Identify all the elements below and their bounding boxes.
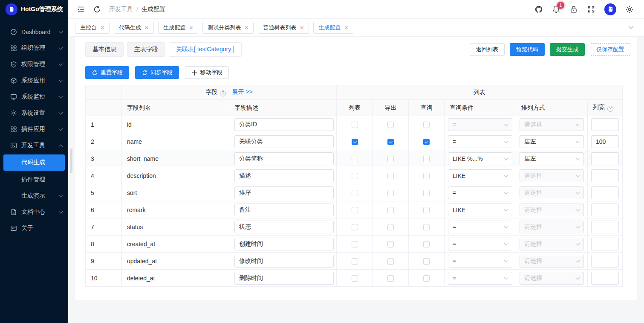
- list-checkbox[interactable]: [352, 224, 358, 230]
- field-desc-input[interactable]: 状态: [234, 221, 334, 233]
- logo[interactable]: HotGo管理系统: [0, 0, 68, 19]
- list-checkbox[interactable]: [352, 173, 358, 179]
- list-checkbox[interactable]: [352, 190, 358, 196]
- fullscreen-icon[interactable]: [587, 5, 595, 14]
- query-checkbox[interactable]: [423, 275, 430, 282]
- list-checkbox[interactable]: [352, 207, 358, 213]
- align-select[interactable]: 居左: [520, 135, 584, 148]
- width-input[interactable]: [591, 255, 619, 268]
- query-condition-select[interactable]: =: [448, 135, 512, 148]
- export-checkbox[interactable]: [387, 241, 394, 247]
- tabstrip-collapse-button[interactable]: [624, 27, 637, 28]
- export-checkbox[interactable]: [387, 190, 394, 196]
- close-icon[interactable]: ✕: [300, 25, 304, 30]
- nav-tab[interactable]: 测试分类列表✕: [202, 22, 254, 34]
- sync-fields-button[interactable]: 同步字段: [135, 66, 179, 79]
- refresh-icon[interactable]: [93, 5, 101, 14]
- breadcrumb-section[interactable]: 开发工具: [109, 6, 133, 13]
- nav-tab[interactable]: 普通树表列表✕: [258, 22, 309, 34]
- export-checkbox[interactable]: [387, 224, 394, 230]
- query-condition-select[interactable]: =: [448, 272, 512, 285]
- sidebar-item-about[interactable]: 关于: [0, 220, 68, 236]
- query-condition-select[interactable]: LIKE: [448, 204, 512, 216]
- width-input[interactable]: [591, 272, 619, 285]
- nav-tab[interactable]: 生成配置✕: [313, 22, 353, 34]
- query-checkbox[interactable]: [423, 258, 430, 265]
- preview-code-button[interactable]: 预览代码: [510, 43, 545, 56]
- sidebar-item-addons[interactable]: 插件管理: [0, 172, 68, 188]
- align-select[interactable]: 居左: [520, 152, 584, 165]
- field-desc-input[interactable]: 描述: [234, 169, 334, 182]
- query-condition-select[interactable]: LIKE %...%: [448, 152, 512, 165]
- close-icon[interactable]: ✕: [189, 25, 193, 30]
- query-checkbox[interactable]: [423, 190, 430, 196]
- nav-tab[interactable]: 主控台✕: [75, 22, 110, 34]
- export-checkbox[interactable]: [387, 139, 394, 145]
- sidebar-item-devtools[interactable]: 开发工具: [0, 137, 68, 154]
- sidebar-item-docs[interactable]: 文档中心: [0, 204, 68, 220]
- field-desc-input[interactable]: 分类简称: [234, 152, 334, 165]
- submit-generate-button[interactable]: 提交生成: [550, 43, 585, 56]
- field-desc-input[interactable]: 删除时间: [234, 272, 334, 285]
- list-checkbox[interactable]: [352, 156, 358, 162]
- close-icon[interactable]: ✕: [100, 25, 104, 30]
- query-condition-select[interactable]: =: [448, 221, 512, 233]
- query-checkbox[interactable]: [423, 156, 430, 162]
- sidebar-item-dashboard[interactable]: Dashboard: [0, 24, 68, 40]
- sidebar-item-gendemo[interactable]: 生成演示: [0, 188, 68, 204]
- sidebar-scrollbar[interactable]: [70, 148, 72, 173]
- width-input[interactable]: [591, 152, 619, 165]
- query-checkbox[interactable]: [423, 224, 430, 230]
- tab-main-fields[interactable]: 主表字段: [127, 42, 165, 57]
- query-checkbox[interactable]: [423, 122, 430, 128]
- nav-tab[interactable]: 代码生成✕: [114, 22, 154, 34]
- query-checkbox[interactable]: [423, 207, 430, 213]
- export-checkbox[interactable]: [387, 258, 394, 265]
- query-checkbox[interactable]: [423, 173, 430, 179]
- query-condition-select[interactable]: =: [448, 238, 512, 250]
- github-icon[interactable]: [534, 5, 543, 14]
- tab-relation-table[interactable]: 关联表[ testCategory ]: [169, 42, 242, 57]
- lock-icon[interactable]: [569, 5, 578, 14]
- help-icon[interactable]: [220, 90, 226, 96]
- menu-fold-icon[interactable]: [77, 5, 85, 14]
- query-checkbox[interactable]: [423, 241, 430, 247]
- query-checkbox[interactable]: [423, 139, 430, 145]
- help-icon[interactable]: [607, 106, 613, 112]
- width-input[interactable]: [591, 204, 619, 216]
- field-desc-input[interactable]: 排序: [234, 186, 334, 199]
- list-checkbox[interactable]: [352, 275, 358, 282]
- sidebar-item-codegen[interactable]: 代码生成: [3, 154, 65, 171]
- sidebar-item-auth[interactable]: 权限管理: [0, 56, 68, 73]
- field-desc-input[interactable]: 分类ID: [234, 118, 334, 131]
- list-checkbox[interactable]: [352, 139, 358, 145]
- width-input[interactable]: [591, 118, 619, 131]
- nav-tab[interactable]: 生成配置✕: [158, 22, 198, 34]
- export-checkbox[interactable]: [387, 173, 394, 179]
- list-checkbox[interactable]: [352, 122, 358, 128]
- avatar[interactable]: [604, 3, 616, 15]
- export-checkbox[interactable]: [387, 122, 394, 128]
- export-checkbox[interactable]: [387, 156, 394, 162]
- list-checkbox[interactable]: [352, 258, 358, 265]
- settings-gear-icon[interactable]: [625, 5, 634, 14]
- field-desc-input[interactable]: 关联分类: [234, 135, 334, 148]
- export-checkbox[interactable]: [387, 207, 394, 213]
- save-config-button[interactable]: 仅保存配置: [590, 43, 630, 56]
- notifications[interactable]: 1: [552, 5, 560, 14]
- close-icon[interactable]: ✕: [244, 25, 248, 30]
- width-input[interactable]: [591, 169, 619, 182]
- export-checkbox[interactable]: [387, 275, 394, 282]
- width-input[interactable]: [591, 221, 619, 233]
- sidebar-item-org[interactable]: 组织管理: [0, 40, 68, 56]
- tab-basic-info[interactable]: 基本信息: [85, 42, 124, 57]
- reset-fields-button[interactable]: 重置字段: [85, 66, 129, 79]
- expand-link[interactable]: 展开 >>: [232, 88, 252, 95]
- query-condition-select[interactable]: =: [448, 255, 512, 268]
- width-input[interactable]: 100: [591, 135, 619, 148]
- sidebar-item-plugins[interactable]: 插件应用: [0, 121, 68, 137]
- back-to-list-button[interactable]: 返回列表: [470, 43, 505, 56]
- move-fields-button[interactable]: 移动字段: [185, 66, 229, 79]
- query-condition-select[interactable]: LIKE: [448, 169, 512, 182]
- sidebar-item-settings[interactable]: 系统设置: [0, 105, 68, 121]
